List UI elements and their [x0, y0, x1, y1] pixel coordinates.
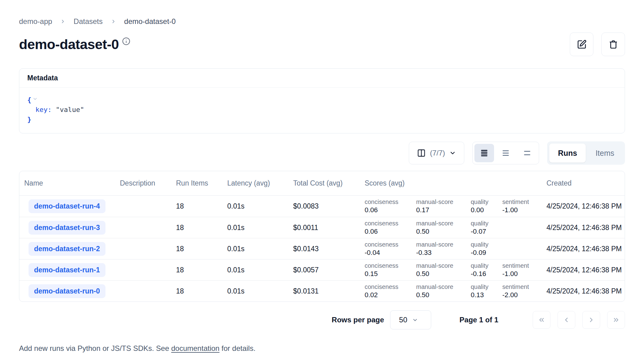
breadcrumb-item-datasets[interactable]: Datasets: [74, 17, 103, 26]
rows-per-page-select[interactable]: 50: [390, 310, 431, 329]
delete-dataset-button[interactable]: [601, 33, 625, 56]
table-row[interactable]: demo-dataset-run-0 18 0.01s $0.0131 conc…: [19, 280, 625, 301]
sdk-hint: Add new runs via Python or JS/TS SDKs. S…: [19, 344, 625, 353]
column-header-latency: Latency (avg): [227, 179, 293, 187]
score-chip: quality-0.16: [471, 262, 502, 278]
row-height-large-button[interactable]: [517, 144, 537, 162]
score-chip: manual-score0.17: [416, 198, 471, 214]
tab-runs[interactable]: Runs: [549, 144, 586, 163]
row-height-medium-button[interactable]: [496, 144, 516, 162]
rows-medium-icon: [501, 148, 510, 158]
column-header-run-items: Run Items: [176, 179, 227, 187]
scores-cell: conciseness0.06manual-score0.50quality-0…: [362, 220, 542, 235]
run-name-link[interactable]: demo-dataset-run-2: [29, 242, 105, 256]
json-colon: :: [48, 106, 56, 113]
edit-icon: [577, 40, 587, 49]
created-cell: 4/25/2024, 12:46:38 PM: [542, 287, 625, 295]
score-chip: conciseness0.06: [365, 220, 416, 235]
score-value: -1.00: [502, 206, 539, 214]
created-cell: 4/25/2024, 12:46:38 PM: [542, 202, 625, 210]
table-row[interactable]: demo-dataset-run-2 18 0.01s $0.0143 conc…: [19, 238, 625, 259]
score-value: 0.06: [365, 206, 413, 214]
created-cell: 4/25/2024, 12:46:38 PM: [542, 224, 625, 232]
score-label: manual-score: [416, 283, 468, 290]
score-chip: quality-0.07: [471, 220, 502, 235]
total-cost-cell: $0.0143: [293, 245, 362, 253]
table-row[interactable]: demo-dataset-run-1 18 0.01s $0.0057 conc…: [19, 259, 625, 280]
breadcrumb-item-project[interactable]: demo-app: [19, 17, 52, 26]
rows-dense-icon: [480, 148, 489, 158]
run-name-link[interactable]: demo-dataset-run-1: [29, 263, 105, 277]
table-row[interactable]: demo-dataset-run-3 18 0.01s $0.0011 conc…: [19, 217, 625, 238]
total-cost-cell: $0.0057: [293, 266, 362, 274]
created-cell: 4/25/2024, 12:46:38 PM: [542, 245, 625, 253]
tab-items[interactable]: Items: [587, 144, 623, 163]
json-collapse-caret-icon[interactable]: [33, 95, 38, 103]
column-header-total-cost: Total Cost (avg): [293, 179, 362, 187]
total-cost-cell: $0.0083: [293, 202, 362, 210]
score-label: conciseness: [365, 262, 413, 269]
score-value: 0.06: [365, 228, 413, 235]
score-value: 0.50: [416, 291, 468, 299]
last-page-button[interactable]: [607, 311, 625, 329]
column-header-name: Name: [19, 179, 120, 187]
column-header-scores: Scores (avg): [362, 179, 542, 187]
column-header-created: Created: [542, 179, 625, 187]
chevron-right-icon: [588, 316, 595, 324]
score-value: 0.00: [471, 206, 499, 214]
score-label: conciseness: [365, 220, 413, 227]
next-page-button[interactable]: [582, 311, 600, 329]
json-value: "value": [56, 106, 84, 113]
score-value: -0.33: [416, 249, 468, 256]
score-value: -2.00: [502, 291, 539, 299]
score-chip: conciseness0.15: [365, 262, 416, 278]
run-name-link[interactable]: demo-dataset-run-4: [29, 199, 105, 213]
row-height-small-button[interactable]: [474, 144, 494, 162]
score-chip: manual-score0.50: [416, 220, 471, 235]
json-line-close: }: [27, 115, 617, 125]
score-value: -1.00: [502, 270, 539, 278]
run-name-link[interactable]: demo-dataset-run-3: [29, 221, 105, 235]
score-chip: quality-0.09: [471, 241, 502, 256]
score-chip: conciseness0.02: [365, 283, 416, 299]
score-label: manual-score: [416, 220, 468, 227]
table-row[interactable]: demo-dataset-run-4 18 0.01s $0.0083 conc…: [19, 196, 625, 217]
score-value: 0.17: [416, 206, 468, 214]
latency-cell: 0.01s: [227, 287, 293, 295]
score-chip: quality0.13: [471, 283, 502, 299]
chevrons-right-icon: [612, 316, 620, 324]
score-value: -0.07: [471, 228, 499, 235]
score-chip: manual-score0.50: [416, 262, 471, 278]
created-cell: 4/25/2024, 12:46:38 PM: [542, 266, 625, 274]
scores-cell: conciseness0.02manual-score0.50quality0.…: [362, 283, 542, 299]
run-name-link[interactable]: demo-dataset-run-0: [29, 284, 105, 298]
column-header-description: Description: [120, 179, 176, 187]
first-page-button[interactable]: [533, 311, 550, 329]
latency-cell: 0.01s: [227, 245, 293, 253]
score-label: manual-score: [416, 198, 468, 205]
metadata-panel-title: Metadata: [19, 69, 625, 88]
score-label: conciseness: [365, 241, 413, 248]
table-header-row: Name Description Run Items Latency (avg)…: [19, 171, 625, 196]
score-chip: conciseness0.06: [365, 198, 416, 214]
column-visibility-button[interactable]: (7/7): [409, 142, 464, 164]
scores-cell: conciseness0.06manual-score0.17quality0.…: [362, 198, 542, 214]
score-chip: manual-score0.50: [416, 283, 471, 299]
run-items-cell: 18: [176, 202, 227, 210]
documentation-link[interactable]: documentation: [171, 344, 219, 352]
score-label: manual-score: [416, 241, 468, 248]
run-items-cell: 18: [176, 287, 227, 295]
latency-cell: 0.01s: [227, 202, 293, 210]
previous-page-button[interactable]: [558, 311, 575, 329]
info-icon[interactable]: [122, 37, 130, 45]
row-height-toggle-group: [472, 142, 539, 164]
json-close-brace: }: [27, 116, 31, 123]
latency-cell: 0.01s: [227, 266, 293, 274]
trash-icon: [608, 40, 618, 49]
scores-cell: conciseness0.15manual-score0.50quality-0…: [362, 262, 542, 278]
scores-cell: conciseness-0.04manual-score-0.33quality…: [362, 241, 542, 256]
breadcrumb-item-current[interactable]: demo-dataset-0: [124, 17, 176, 26]
score-chip: conciseness-0.04: [365, 241, 416, 256]
score-value: 0.50: [416, 270, 468, 278]
edit-dataset-button[interactable]: [570, 33, 593, 56]
